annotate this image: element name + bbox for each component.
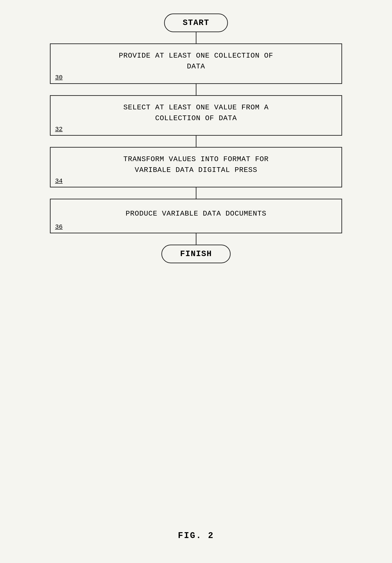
connector-3	[196, 187, 196, 199]
page: START PROVIDE AT LEAST ONE COLLECTION OF…	[0, 0, 392, 563]
step-34-label: 34	[55, 178, 63, 184]
connector-4	[196, 233, 196, 245]
step-30-box: PROVIDE AT LEAST ONE COLLECTION OF DATA …	[50, 43, 342, 84]
connector-2	[196, 136, 196, 147]
step-30-text: PROVIDE AT LEAST ONE COLLECTION OF DATA	[60, 51, 332, 72]
step-36-box: PRODUCE VARIABLE DATA DOCUMENTS 36	[50, 199, 342, 233]
step-32-label: 32	[55, 126, 63, 133]
step-36-label: 36	[55, 223, 63, 230]
flowchart: START PROVIDE AT LEAST ONE COLLECTION OF…	[50, 13, 342, 263]
step-36-text: PRODUCE VARIABLE DATA DOCUMENTS	[60, 208, 332, 219]
step-30-label: 30	[55, 74, 63, 81]
figure-label: FIG. 2	[178, 531, 214, 540]
connector-1	[196, 84, 196, 95]
step-34-text: TRANSFORM VALUES INTO FORMAT FOR VARIBAL…	[60, 154, 332, 176]
start-capsule: START	[164, 13, 228, 32]
connector-0	[196, 32, 196, 43]
step-32-text: SELECT AT LEAST ONE VALUE FROM A COLLECT…	[60, 102, 332, 124]
finish-capsule: FINISH	[161, 245, 231, 263]
step-34-box: TRANSFORM VALUES INTO FORMAT FOR VARIBAL…	[50, 147, 342, 187]
step-32-box: SELECT AT LEAST ONE VALUE FROM A COLLECT…	[50, 95, 342, 136]
